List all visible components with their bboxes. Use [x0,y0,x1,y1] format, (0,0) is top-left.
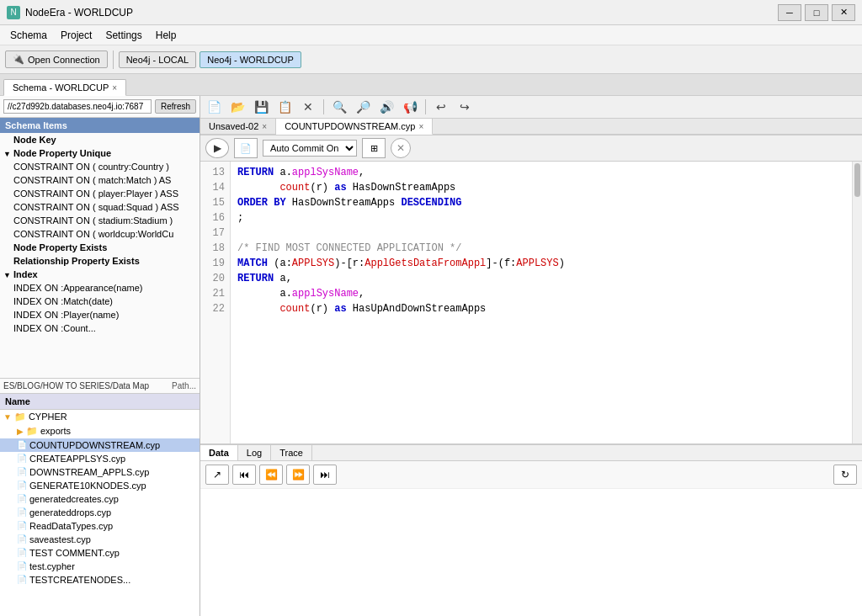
schema-tab[interactable]: Schema - WORLDCUP × [3,79,126,96]
tree-constraint-squad[interactable]: CONSTRAINT ON ( squad:Squad ) ASS [0,200,200,214]
editor-tab-countup[interactable]: COUNTUPDOWNSTREAM.cyp × [276,119,433,135]
window-title: NodeEra - WORLDCUP [25,7,778,19]
tree-node-property-exists[interactable]: Node Property Exists [0,241,200,254]
neo4j-worldcup-button[interactable]: Neo4j - WORLDCUP [200,51,301,68]
open-file-icon[interactable]: 📂 [227,98,247,116]
results-tab-data[interactable]: Data [200,445,238,460]
downstream-icon: 📄 [17,467,27,476]
tree-constraint-worldcup[interactable]: CONSTRAINT ON ( worldcup:WorldCu [0,227,200,241]
tree-constraint-player[interactable]: CONSTRAINT ON ( player:Player ) ASS [0,187,200,200]
file-item-testcreate[interactable]: 📄 TESTCREATENODES... [0,573,200,587]
menu-schema[interactable]: Schema [3,28,54,43]
cypher-folder-label: CYPHER [29,412,67,422]
file-item-testcomment[interactable]: 📄 TEST COMMENT.cyp [0,546,200,560]
speaker2-icon[interactable]: 📢 [400,98,420,116]
code-line-22: count(r) as HasUpAndDownStreamApps [237,301,845,316]
maximize-button[interactable]: □ [805,4,828,21]
results-tab-trace[interactable]: Trace [271,445,312,460]
editor-scrollbar[interactable] [852,162,862,443]
results-tab-bar: Data Log Trace [200,445,862,461]
menu-help[interactable]: Help [149,28,184,43]
menu-settings[interactable]: Settings [98,28,148,43]
code-line-18: /* FIND MOST CONNECTED APPLICATION */ [237,241,845,256]
code-line-21: a.applSysName, [237,286,845,301]
file-item-cypher[interactable]: ▼ 📁 CYPHER [0,410,200,424]
tree-constraint-match[interactable]: CONSTRAINT ON ( match:Match ) AS [0,173,200,187]
file-item-saveastest[interactable]: 📄 saveastest.cyp [0,533,200,546]
execute-bar: ▶ 📄 Auto Commit On ⊞ ✕ [200,135,862,162]
code-line-20: RETURN a, [237,271,845,286]
exports-expand-icon: ▶ [17,427,24,436]
schema-tab-bar: Schema - WORLDCUP × [0,74,862,96]
file-item-gencreates[interactable]: 📄 generatedcreates.cyp [0,492,200,506]
results-first-btn[interactable]: ⏮ [232,465,256,485]
tree-node-property-unique[interactable]: ▼Node Property Unique [0,146,200,160]
title-bar: N NodeEra - WORLDCUP ─ □ ✕ [0,0,862,25]
tree-index[interactable]: ▼Index [0,268,200,281]
file-item-downstream[interactable]: 📄 DOWNSTREAM_APPLS.cyp [0,465,200,479]
tree-constraint-country[interactable]: CONSTRAINT ON ( country:Country ) [0,160,200,173]
speaker-icon[interactable]: 🔊 [376,98,396,116]
results-export-btn[interactable]: ↗ [205,465,229,485]
redo-icon[interactable]: ↪ [455,98,475,116]
editor-toolbar-sep2 [425,99,426,114]
file-item-gendrops[interactable]: 📄 generateddrops.cyp [0,506,200,519]
file-item-countup[interactable]: 📄 COUNTUPDOWNSTREAM.cyp [0,438,200,452]
results-refresh-btn[interactable]: ↻ [833,465,857,485]
file-item-readdatatypes[interactable]: 📄 ReadDataTypes.cyp [0,519,200,533]
stop-button[interactable]: ✕ [391,138,411,158]
tree-node-key[interactable]: Node Key [0,133,200,146]
editor-tab-unsaved-close[interactable]: × [262,122,267,131]
tree-rel-property-exists[interactable]: Relationship Property Exists [0,254,200,268]
editor-tab-countup-close[interactable]: × [418,122,423,131]
schema-tab-close[interactable]: × [112,83,117,93]
open-connection-button[interactable]: 🔌 Open Connection [5,50,108,68]
file-item-exports[interactable]: ▶ 📁 exports [0,424,200,438]
play-button[interactable]: ▶ [205,138,229,158]
testcreate-icon: 📄 [17,575,27,584]
results-next-btn[interactable]: ⏩ [286,465,310,485]
grid-button[interactable]: ⊞ [362,138,386,158]
commit-mode-select[interactable]: Auto Commit On [263,140,357,157]
save-as-icon[interactable]: 📋 [274,98,295,116]
results-last-btn[interactable]: ⏭ [313,465,337,485]
tree-index-appearance[interactable]: INDEX ON :Appearance(name) [0,281,200,295]
results-tab-log[interactable]: Log [238,445,271,460]
tree-index-player[interactable]: INDEX ON :Player(name) [0,308,200,321]
editor-tab-unsaved[interactable]: Unsaved-02 × [200,119,276,134]
schema-header: Schema Items [0,118,200,133]
gendrops-icon: 📄 [17,507,27,517]
file-item-generate10k[interactable]: 📄 GENERATE10KNODES.cyp [0,479,200,492]
menu-bar: Schema Project Settings Help [0,25,862,45]
close-button[interactable]: ✕ [832,4,855,21]
file-tree: ▼ 📁 CYPHER ▶ 📁 exports 📄 COUNTUPDOWNSTRE… [0,410,200,617]
tree-index-match[interactable]: INDEX ON :Match(date) [0,295,200,308]
connection-icon: 🔌 [13,54,24,65]
code-line-14: count(r) as HasDownStreamApps [237,180,845,195]
file-item-testcypher[interactable]: 📄 test.cypher [0,560,200,573]
file-item-createappl[interactable]: 📄 CREATEAPPLSYS.cyp [0,452,200,465]
results-prev-btn[interactable]: ⏪ [259,465,283,485]
url-input[interactable] [3,99,152,114]
refresh-button[interactable]: Refresh [155,99,196,114]
zoom-in-icon[interactable]: 🔍 [329,98,349,116]
save-icon[interactable]: 💾 [251,98,271,116]
neo4j-local-button[interactable]: Neo4j - LOCAL [119,51,197,68]
undo-icon[interactable]: ↩ [431,98,451,116]
file-tree-header: Name [0,394,200,410]
editor-icon-toolbar: 📄 📂 💾 📋 ✕ 🔍 🔎 🔊 📢 ↩ ↪ [200,96,862,119]
cypher-folder-icon: 📁 [14,412,26,422]
step-button[interactable]: 📄 [234,138,258,158]
saveastest-icon: 📄 [17,534,27,544]
menu-project[interactable]: Project [54,28,98,43]
path-label[interactable]: Path... [172,381,196,390]
minimize-button[interactable]: ─ [778,4,801,21]
tree-constraint-stadium[interactable]: CONSTRAINT ON ( stadium:Stadium ) [0,214,200,227]
zoom-out-icon[interactable]: 🔎 [353,98,373,116]
file-tree-section: Name ▼ 📁 CYPHER ▶ 📁 exports 📄 C [0,394,200,617]
tree-index-count[interactable]: INDEX ON :Count... [0,321,200,335]
editor-toolbar-sep1 [323,99,324,114]
new-file-icon[interactable]: 📄 [204,98,224,116]
close-file-icon[interactable]: ✕ [298,98,318,116]
code-content[interactable]: RETURN a.applSysName, count(r) as HasDow… [231,162,852,443]
